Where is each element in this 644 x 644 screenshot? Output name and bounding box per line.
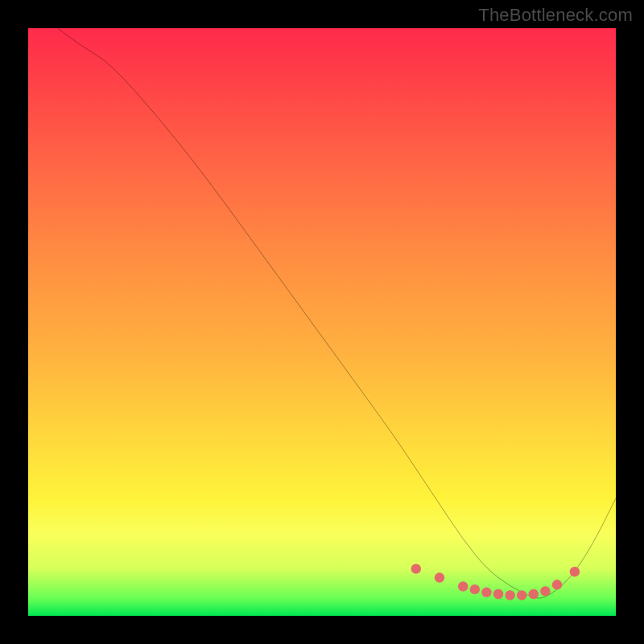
chart-plot-area	[28, 28, 616, 616]
marker-dot	[493, 589, 503, 599]
marker-dot	[458, 581, 468, 591]
curve-path	[58, 28, 617, 598]
marker-dot	[552, 580, 562, 589]
marker-dot	[505, 590, 514, 600]
marker-dot	[435, 572, 444, 582]
marker-dot	[470, 584, 480, 594]
marker-group	[411, 564, 580, 600]
marker-dot	[540, 586, 550, 596]
marker-dot	[517, 590, 526, 600]
marker-dot	[411, 564, 421, 573]
marker-dot	[529, 589, 539, 599]
chart-frame: TheBottleneck.com	[0, 0, 644, 644]
chart-svg	[28, 28, 616, 616]
marker-dot	[570, 567, 580, 576]
watermark-text: TheBottleneck.com	[478, 5, 633, 26]
marker-dot	[481, 588, 491, 597]
